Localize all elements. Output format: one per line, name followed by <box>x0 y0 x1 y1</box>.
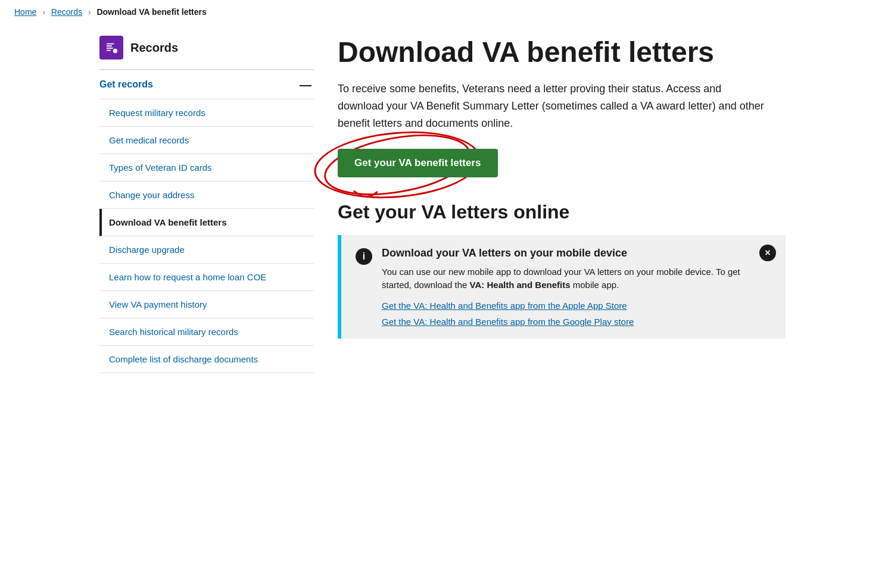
sidebar-section-dash: — <box>300 79 314 90</box>
sidebar-nav-item: Get medical records <box>99 127 314 154</box>
close-button[interactable]: × <box>759 245 776 261</box>
sidebar-nav-item: Change your address <box>99 182 314 209</box>
svg-rect-6 <box>115 50 116 52</box>
info-icon: i <box>356 248 372 265</box>
sidebar-nav-item: Download VA benefit letters <box>99 209 314 236</box>
sidebar-nav-item: Learn how to request a home loan COE <box>99 264 314 291</box>
svg-rect-0 <box>107 43 114 45</box>
main-content: Download VA benefit letters To receive s… <box>338 36 786 373</box>
sidebar-nav: Request military recordsGet medical reco… <box>99 99 314 373</box>
sidebar-header: Records <box>99 36 314 70</box>
info-box-text: You can use our new mobile app to downlo… <box>382 265 771 292</box>
info-content: Download your VA letters on your mobile … <box>382 247 771 327</box>
sidebar-nav-link[interactable]: Complete list of discharge documents <box>99 346 314 373</box>
breadcrumb-current: Download VA benefit letters <box>96 7 206 17</box>
sidebar-nav-item: Search historical military records <box>99 318 314 346</box>
info-box-title: Download your VA letters on your mobile … <box>382 247 771 259</box>
sidebar: Records Get records — Request military r… <box>99 36 314 373</box>
sidebar-title: Records <box>130 41 178 55</box>
sidebar-nav-link[interactable]: Search historical military records <box>99 318 314 345</box>
sidebar-nav-link[interactable]: Download VA benefit letters <box>102 209 314 236</box>
breadcrumb-records[interactable]: Records <box>51 7 82 17</box>
sidebar-nav-item: Discharge upgrade <box>99 236 314 264</box>
sidebar-nav-link[interactable]: Get medical records <box>99 127 314 154</box>
cta-button[interactable]: Get your VA benefit letters <box>338 149 498 177</box>
breadcrumb-home[interactable]: Home <box>14 7 36 17</box>
breadcrumb: Home › Records › Download VA benefit let… <box>0 0 885 24</box>
section-heading: Get your VA letters online <box>338 201 786 223</box>
sidebar-nav-item: View VA payment history <box>99 291 314 318</box>
sidebar-nav-link[interactable]: Request military records <box>99 99 314 126</box>
svg-rect-2 <box>107 48 113 49</box>
svg-rect-1 <box>107 45 112 46</box>
sidebar-nav-link[interactable]: Learn how to request a home loan COE <box>99 264 314 290</box>
sidebar-nav-link[interactable]: View VA payment history <box>99 291 314 318</box>
google-play-link[interactable]: Get the VA: Health and Benefits app from… <box>382 317 771 327</box>
cta-wrapper: Get your VA benefit letters <box>338 149 498 177</box>
sidebar-section-header[interactable]: Get records — <box>99 70 314 99</box>
sidebar-nav-link[interactable]: Change your address <box>99 182 314 208</box>
records-icon <box>99 36 123 60</box>
svg-rect-3 <box>107 50 111 51</box>
page-intro: To receive some benefits, Veterans need … <box>338 80 766 132</box>
sidebar-nav-item: Complete list of discharge documents <box>99 346 314 373</box>
sidebar-nav-item: Request military records <box>99 99 314 127</box>
sidebar-section-link[interactable]: Get records <box>99 79 153 90</box>
sidebar-nav-item: Types of Veteran ID cards <box>99 154 314 182</box>
apple-app-link[interactable]: Get the VA: Health and Benefits app from… <box>382 301 771 311</box>
page-title: Download VA benefit letters <box>338 36 786 68</box>
sidebar-nav-link[interactable]: Discharge upgrade <box>99 236 314 263</box>
page-layout: Records Get records — Request military r… <box>85 24 800 385</box>
info-box: i Download your VA letters on your mobil… <box>338 235 786 339</box>
sidebar-nav-link[interactable]: Types of Veteran ID cards <box>99 154 314 181</box>
